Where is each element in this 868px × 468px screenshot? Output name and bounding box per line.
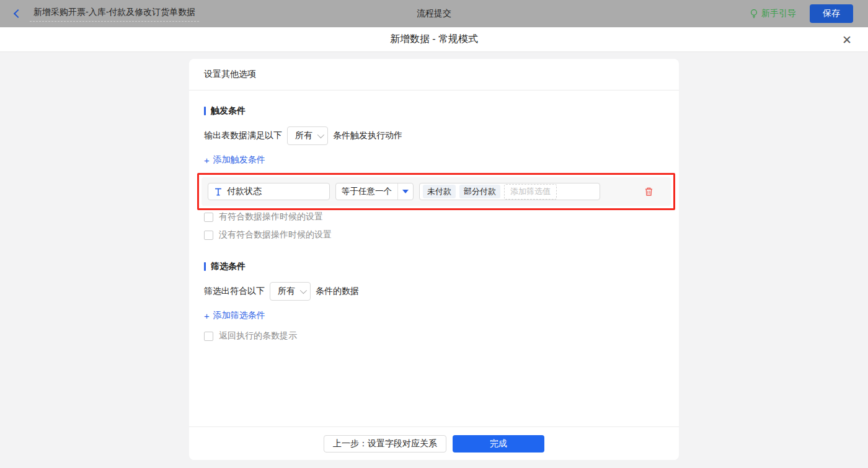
plus-icon: +: [204, 156, 210, 165]
plus-icon: +: [204, 311, 210, 320]
save-button[interactable]: 保存: [810, 4, 853, 23]
add-trigger-condition-link[interactable]: + 添加触发条件: [204, 154, 265, 166]
has-match-label: 有符合数据操作时候的设置: [219, 211, 323, 223]
beginner-guide-link[interactable]: 新手引导: [750, 8, 796, 19]
count-tip-label: 返回执行的条数提示: [219, 330, 297, 342]
condition-operator-select[interactable]: 等于任意一个: [335, 183, 414, 200]
filter-section-title: 筛选条件: [204, 261, 664, 272]
value-tag: 部分付款: [459, 185, 500, 198]
trigger-match-sentence: 输出表数据满足以下 所有 条件触发执行动作: [204, 126, 664, 145]
no-match-setting-row: 没有符合数据操作时候的设置: [204, 229, 664, 241]
condition-operator-value: 等于任意一个: [336, 183, 397, 200]
chevron-left-icon: [14, 9, 22, 18]
trigger-match-select-value: 所有: [295, 130, 312, 141]
trigger-sentence-prefix: 输出表数据满足以下: [204, 130, 282, 141]
close-icon: ✕: [842, 33, 852, 46]
page-body: 设置其他选项 触发条件 输出表数据满足以下 所有 条件触发执行动作 + 添加触发…: [0, 52, 868, 468]
operator-caret-section: [397, 183, 413, 200]
no-match-checkbox[interactable]: [204, 231, 213, 240]
filter-sentence-suffix: 条件的数据: [316, 286, 359, 297]
beginner-guide-label: 新手引导: [761, 8, 796, 19]
topbar: 流程提交 新增采购开票-入库-付款及修改订货单数据 新手引导 保存: [0, 0, 868, 27]
settings-card: 设置其他选项 触发条件 输出表数据满足以下 所有 条件触发执行动作 + 添加触发…: [189, 59, 679, 460]
chevron-down-icon: [300, 287, 307, 294]
modal-title: 新增数据 - 常规模式: [390, 33, 478, 46]
modal-header: 新增数据 - 常规模式 ✕: [0, 27, 868, 52]
add-filter-condition-link[interactable]: + 添加筛选条件: [204, 310, 265, 321]
filter-match-select-value: 所有: [278, 286, 295, 297]
count-tip-row: 返回执行的条数提示: [204, 330, 664, 342]
delete-condition-button[interactable]: [644, 187, 653, 196]
condition-field-input[interactable]: 付款状态: [208, 183, 330, 200]
trigger-match-select[interactable]: 所有: [287, 126, 328, 145]
add-value-input[interactable]: 添加筛选值: [504, 184, 557, 200]
done-button[interactable]: 完成: [453, 435, 544, 453]
lightbulb-icon: [750, 9, 758, 19]
card-header: 设置其他选项: [189, 59, 679, 91]
trigger-condition-row: 付款状态 等于任意一个 未付款 部分付款 添加筛选值: [202, 177, 671, 206]
value-tag: 未付款: [423, 185, 456, 198]
no-match-label: 没有符合数据操作时候的设置: [219, 229, 332, 241]
back-button[interactable]: [15, 11, 21, 17]
has-match-checkbox[interactable]: [204, 213, 213, 222]
section-marker: [204, 262, 206, 271]
annotation-highlight-box: 付款状态 等于任意一个 未付款 部分付款 添加筛选值: [197, 173, 675, 210]
has-match-setting-row: 有符合数据操作时候的设置: [204, 211, 664, 223]
filter-sentence-prefix: 筛选出符合以下: [204, 286, 265, 297]
close-button[interactable]: ✕: [842, 33, 852, 45]
trigger-sentence-suffix: 条件触发执行动作: [333, 130, 402, 141]
filter-match-select[interactable]: 所有: [270, 282, 311, 301]
chevron-down-icon: [317, 131, 324, 138]
filter-match-sentence: 筛选出符合以下 所有 条件的数据: [204, 282, 664, 301]
condition-field-value: 付款状态: [227, 186, 262, 197]
add-filter-condition-label: 添加筛选条件: [213, 310, 265, 321]
prev-step-button[interactable]: 上一步：设置字段对应关系: [324, 435, 446, 453]
trigger-section-title: 触发条件: [204, 105, 664, 117]
card-footer: 上一步：设置字段对应关系 完成: [189, 426, 679, 460]
section-marker: [204, 107, 206, 115]
flow-name-label[interactable]: 新增采购开票-入库-付款及修改订货单数据: [30, 6, 199, 22]
card-header-title: 设置其他选项: [204, 69, 256, 80]
filter-section-title-label: 筛选条件: [211, 261, 246, 272]
trigger-section-title-label: 触发条件: [211, 105, 246, 117]
caret-down-icon: [402, 190, 409, 193]
trash-icon: [644, 187, 653, 196]
card-content: 触发条件 输出表数据满足以下 所有 条件触发执行动作 + 添加触发条件: [189, 91, 679, 426]
count-tip-checkbox[interactable]: [204, 332, 213, 341]
condition-values-box[interactable]: 未付款 部分付款 添加筛选值: [419, 183, 600, 200]
text-field-icon: [215, 188, 222, 196]
add-trigger-condition-label: 添加触发条件: [213, 154, 265, 166]
